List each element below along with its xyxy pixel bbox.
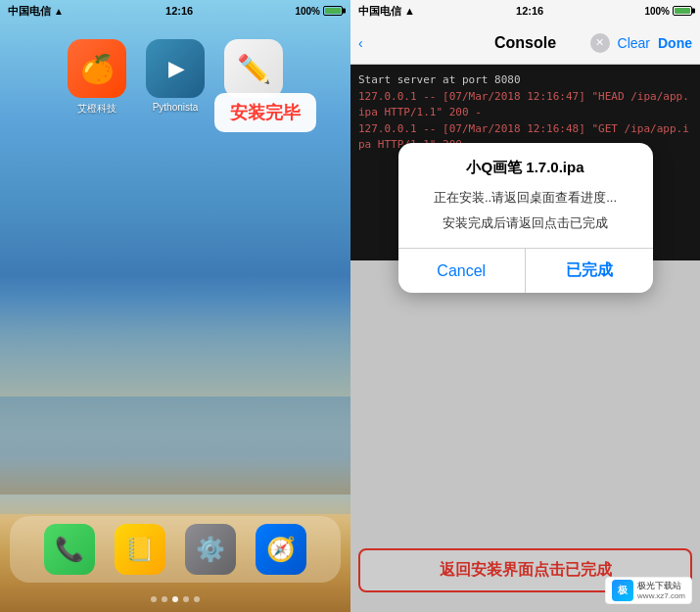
close-button[interactable]: ✕ xyxy=(590,33,610,53)
nav-right-buttons: ✕ Clear Done xyxy=(590,33,692,53)
left-battery-fill xyxy=(325,8,341,14)
left-time: 12:16 xyxy=(165,5,193,17)
right-battery-fill xyxy=(675,8,690,14)
dialog-buttons: Cancel 已完成 xyxy=(398,248,653,293)
dock-settings[interactable]: ⚙️ xyxy=(185,524,236,575)
watermark: 极 极光下载站 www.xz7.com xyxy=(605,577,692,604)
back-button[interactable]: ‹ xyxy=(358,35,363,51)
left-battery-group: 100% xyxy=(295,6,343,17)
page-dot-2 xyxy=(162,596,167,602)
page-dots xyxy=(0,596,350,602)
aicheng-label: 艾橙科技 xyxy=(77,102,117,116)
clear-button[interactable]: Clear xyxy=(618,35,650,51)
left-wifi-icon: ▲ xyxy=(54,6,64,17)
right-battery-group: 100% xyxy=(644,6,692,17)
dock-phone[interactable]: 📞 xyxy=(44,524,95,575)
page-dot-3 xyxy=(172,596,178,602)
right-panel: 中国电信 ▲ 12:16 100% ‹ Console ✕ Clear Done… xyxy=(350,0,700,612)
dialog-cancel-button[interactable]: Cancel xyxy=(398,249,527,293)
watermark-text-group: 极光下载站 www.xz7.com xyxy=(637,581,685,600)
xiaoq-icon[interactable]: ✏️ xyxy=(224,39,283,98)
left-status-bar: 中国电信 ▲ 12:16 100% xyxy=(0,0,350,22)
left-carrier-group: 中国电信 ▲ xyxy=(8,4,64,19)
watermark-logo: 极 xyxy=(612,580,633,601)
dialog-title: 小Q画笔 1.7.0.ipa xyxy=(418,159,633,177)
page-dot-5 xyxy=(194,596,200,602)
dialog-msg1: 正在安装..请返回桌面查看进度... xyxy=(418,189,633,207)
right-time: 12:16 xyxy=(516,5,543,17)
dock: 📞 📒 ⚙️ 🧭 xyxy=(10,516,341,583)
left-panel: 中国电信 ▲ 12:16 100% 🍊 艾橙科技 ▶ Pythonista ✏️… xyxy=(0,0,350,612)
app-aicheng[interactable]: 🍊 艾橙科技 xyxy=(68,39,126,116)
install-badge: 安装完毕 xyxy=(214,93,316,132)
watermark-site-name: 极光下载站 xyxy=(637,581,685,591)
install-dialog: 小Q画笔 1.7.0.ipa 正在安装..请返回桌面查看进度... 安装完成后请… xyxy=(398,143,653,293)
done-button[interactable]: Done xyxy=(658,35,692,51)
chevron-left-icon: ‹ xyxy=(358,35,363,51)
right-carrier-group: 中国电信 ▲ xyxy=(358,4,415,19)
watermark-url: www.xz7.com xyxy=(637,591,685,600)
pythonista-icon[interactable]: ▶ xyxy=(146,39,205,98)
app-pythonista[interactable]: ▶ Pythonista xyxy=(146,39,205,116)
pythonista-label: Pythonista xyxy=(153,102,199,113)
dock-safari[interactable]: 🧭 xyxy=(256,524,306,575)
nav-title: Console xyxy=(494,34,556,52)
right-carrier: 中国电信 xyxy=(358,4,401,19)
left-battery-icon xyxy=(323,6,343,16)
right-wifi-icon: ▲ xyxy=(404,5,415,17)
aicheng-icon[interactable]: 🍊 xyxy=(68,39,126,98)
left-carrier: 中国电信 xyxy=(8,4,51,19)
dialog-msg2: 安装完成后请返回点击已完成 xyxy=(418,214,633,232)
dialog-overlay: 小Q画笔 1.7.0.ipa 正在安装..请返回桌面查看进度... 安装完成后请… xyxy=(350,65,700,612)
dialog-done-button[interactable]: 已完成 xyxy=(526,249,653,293)
right-battery-pct: 100% xyxy=(644,6,670,17)
dialog-content: 小Q画笔 1.7.0.ipa 正在安装..请返回桌面查看进度... 安装完成后请… xyxy=(398,143,653,248)
page-dot-4 xyxy=(183,596,189,602)
right-battery-icon xyxy=(673,6,692,16)
nav-bar: ‹ Console ✕ Clear Done xyxy=(350,22,700,65)
left-battery-pct: 100% xyxy=(295,6,320,17)
dock-notes[interactable]: 📒 xyxy=(115,524,165,575)
page-dot-1 xyxy=(151,596,157,602)
right-status-bar: 中国电信 ▲ 12:16 100% xyxy=(350,0,700,22)
